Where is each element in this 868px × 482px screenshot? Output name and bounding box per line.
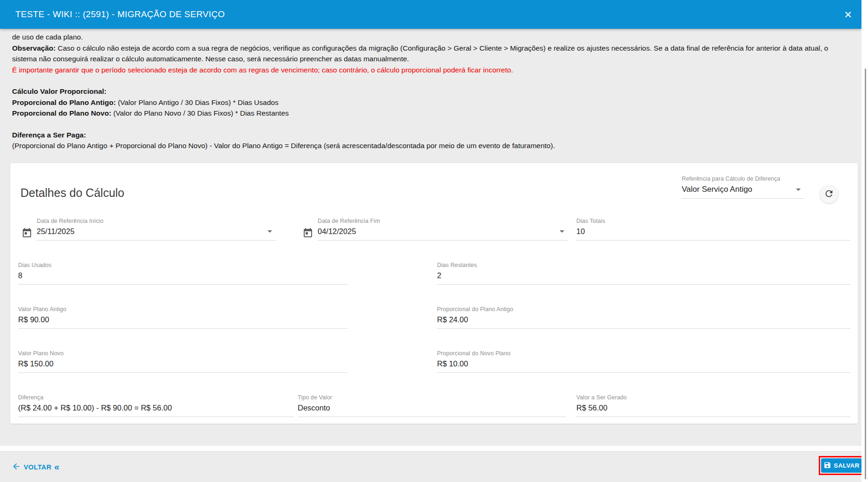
field-value: 8 [18, 271, 22, 280]
field-diferenca[interactable]: Diferença (R$ 24.00 + R$ 10.00) - R$ 90.… [18, 394, 294, 417]
field-value: R$ 150.00 [18, 359, 53, 368]
field-value: R$ 56.00 [576, 404, 607, 412]
field-label: Tipo de Valor [298, 394, 566, 401]
dialog-header: TESTE - WIKI :: (2591) - MIGRAÇÃO DE SER… [0, 0, 861, 29]
migration-dialog: de uso de cada plano. Observação: Caso o… [0, 0, 868, 482]
field-value: 25/11/2025 [37, 227, 74, 236]
field-value: R$ 24.00 [437, 315, 468, 324]
field-label: Valor a Ser Gerado [576, 394, 850, 401]
field-value: 04/12/2025 [318, 227, 356, 236]
field-label: Dias Totais [576, 218, 850, 224]
dropdown-arrow-icon [560, 230, 564, 233]
field-proporcional-plano-antigo[interactable]: Proporcional do Plano Antigo R$ 24.00 [437, 306, 850, 329]
dropdown-arrow-icon [268, 230, 272, 233]
field-label: Valor Plano Novo [18, 350, 347, 357]
field-value: 10 [576, 227, 585, 236]
field-label: Dias Restantes [437, 262, 850, 268]
reference-select-value: Valor Serviço Antigo [682, 185, 752, 194]
save-button-highlight: SALVAR [819, 456, 864, 475]
calc-new-line: Proporcional do Plano Novo: (Valor do Pl… [12, 108, 848, 119]
field-label: Dias Usados [18, 262, 347, 268]
field-label: Proporcional do Plano Antigo [437, 306, 850, 313]
field-value: 2 [437, 271, 441, 280]
save-button-label: SALVAR [834, 462, 859, 469]
field-label: Valor Plano Antigo [18, 306, 347, 313]
back-button-label: VOLTAR [24, 463, 52, 471]
back-arrow-icon [12, 462, 21, 472]
save-icon [823, 461, 831, 470]
refresh-button[interactable] [820, 185, 838, 203]
field-label: Data de Referência Fim [318, 218, 568, 224]
card-title: Detalhes do Cálculo [20, 186, 124, 200]
intro-line: de uso de cada plano. [12, 32, 848, 43]
field-label: Data de Referência Início [37, 218, 276, 224]
dialog-title: TESTE - WIKI :: (2591) - MIGRAÇÃO DE SER… [15, 9, 225, 20]
field-valor-plano-antigo[interactable]: Valor Plano Antigo R$ 90.00 [18, 306, 347, 329]
footer-gap [0, 446, 861, 451]
field-proporcional-novo-plano[interactable]: Proporcional do Novo Plano R$ 10.00 [437, 350, 850, 373]
reference-select[interactable]: Referência para Cálculo de Diferença Val… [682, 176, 804, 199]
field-label: Diferença [18, 394, 294, 401]
field-value: (R$ 24.00 + R$ 10.00) - R$ 90.00 = R$ 56… [18, 404, 172, 412]
scrollbar [861, 0, 868, 482]
refresh-icon [824, 189, 834, 200]
field-value: Desconto [298, 404, 330, 412]
dialog-footer: VOLTAR « [0, 451, 861, 482]
field-label: Proporcional do Novo Plano [437, 350, 850, 357]
field-dias-restantes[interactable]: Dias Restantes 2 [437, 262, 850, 285]
close-icon: ✕ [844, 10, 852, 20]
field-dias-usados[interactable]: Dias Usados 8 [18, 262, 347, 285]
diff-title: Diferença a Ser Paga: [12, 130, 848, 141]
field-dias-totais[interactable]: Dias Totais 10 [576, 218, 850, 241]
intro-text: de uso de cada plano. Observação: Caso o… [0, 29, 861, 151]
field-value: R$ 90.00 [18, 315, 49, 324]
dropdown-arrow-icon [796, 189, 801, 191]
scrollbar-thumb[interactable] [865, 69, 866, 479]
calendar-icon[interactable] [21, 228, 33, 239]
warning-text: É importante garantir que o período sele… [12, 65, 848, 76]
field-value: R$ 10.00 [437, 359, 468, 368]
reference-select-label: Referência para Cálculo de Diferença [682, 176, 804, 182]
field-data-referencia-inicio[interactable]: Data de Referência Início 25/11/2025 [37, 218, 276, 241]
field-valor-plano-novo[interactable]: Valor Plano Novo R$ 150.00 [18, 350, 347, 373]
calendar-icon[interactable] [302, 228, 313, 239]
calc-old-line: Proporcional do Plano Antigo: (Valor Pla… [12, 97, 848, 108]
back-button[interactable]: VOLTAR « [12, 462, 59, 472]
diff-formula: (Proporcional do Plano Antigo + Proporci… [12, 140, 848, 151]
close-button[interactable]: ✕ [840, 7, 856, 22]
calc-details-card: Detalhes do Cálculo Referência para Cálc… [10, 163, 858, 424]
calc-title: Cálculo Valor Proporcional: [12, 86, 848, 97]
field-tipo-de-valor[interactable]: Tipo de Valor Desconto [298, 394, 566, 417]
observation-paragraph: Observação: Caso o cálculo não esteja de… [12, 43, 848, 65]
save-button[interactable]: SALVAR [821, 458, 862, 473]
double-chevron-left-icon: « [54, 462, 60, 471]
observation-label: Observação: [12, 44, 56, 52]
field-data-referencia-fim[interactable]: Data de Referência Fim 04/12/2025 [318, 218, 568, 241]
field-valor-a-ser-gerado[interactable]: Valor a Ser Gerado R$ 56.00 [576, 394, 850, 417]
